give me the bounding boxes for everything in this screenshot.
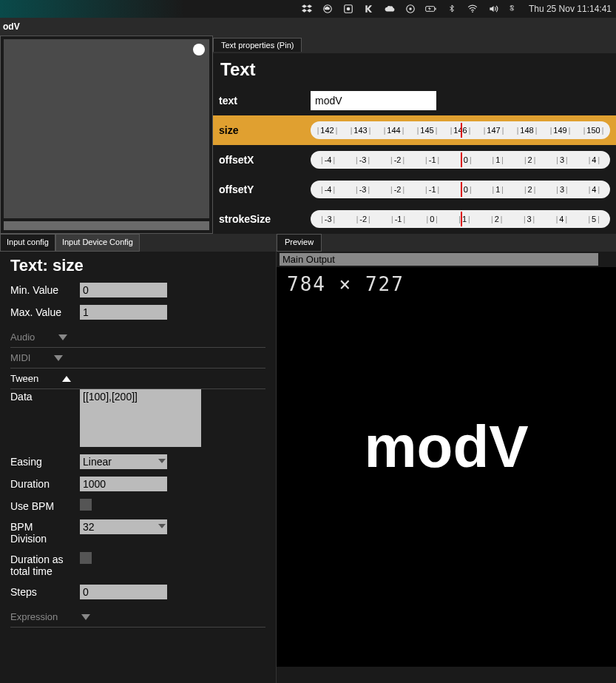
prop-label-offsetx: offsetX	[219, 154, 302, 166]
label-audio: Audio	[10, 332, 35, 343]
wifi-icon[interactable]	[467, 3, 478, 15]
checkbox-use-bpm[interactable]	[80, 499, 92, 511]
row-bpm-division: BPM Division 32	[10, 519, 265, 545]
label-bpm-division: BPM Division	[10, 519, 71, 545]
preview-text-output: modV	[364, 413, 528, 481]
prop-row-offsetx[interactable]: offsetX -4 -3 -2 -1 0 1 2 3 4	[213, 145, 616, 175]
preview-panel: Preview Main Output 784 × 727 modV	[277, 234, 616, 683]
preview-tabs: Preview	[277, 234, 616, 252]
app-icon-2[interactable]	[363, 3, 375, 15]
preview-dimensions: 784 × 727	[287, 273, 405, 295]
svg-point-9	[511, 6, 512, 7]
dropbox-icon[interactable]	[301, 3, 313, 15]
row-duration-total: Duration as total time	[10, 552, 265, 577]
prop-row-text: text	[213, 86, 616, 115]
collapser-midi[interactable]: MIDI	[10, 348, 265, 369]
chevron-down-icon	[54, 355, 63, 361]
label-easing: Easing	[10, 454, 71, 468]
layer-enabled-dot[interactable]	[193, 44, 205, 55]
row-use-bpm: Use BPM	[10, 499, 265, 512]
window-title: odV	[3, 21, 20, 32]
macos-menubar: Thu 25 Nov 11:14:41	[0, 0, 616, 18]
bluetooth-icon[interactable]	[446, 3, 458, 15]
input-max-value[interactable]	[80, 305, 167, 320]
row-easing: Easing Linear	[10, 454, 265, 469]
slider-cursor[interactable]	[461, 212, 462, 226]
input-duration[interactable]	[80, 477, 167, 491]
battery-icon[interactable]	[425, 3, 437, 15]
svg-point-7	[472, 11, 473, 13]
properties-heading: Text	[213, 53, 616, 86]
chevron-down-icon	[58, 334, 67, 340]
row-max-value: Max. Value	[10, 305, 265, 320]
label-tween: Tween	[10, 373, 38, 384]
label-data: Data	[10, 389, 71, 403]
tab-input-config[interactable]: Input config	[0, 234, 55, 252]
svg-point-2	[347, 7, 351, 11]
app-icon[interactable]	[342, 3, 354, 15]
row-duration: Duration	[10, 477, 265, 491]
svg-point-11	[512, 9, 513, 10]
slider-cursor[interactable]	[461, 123, 462, 138]
label-min-value: Min. Value	[10, 283, 71, 296]
row-min-value: Min. Value	[10, 283, 265, 297]
prop-slider-strokesize[interactable]: -3 -2 -1 0 1 2 3 4 5	[311, 210, 610, 228]
prop-label-offsety: offsetY	[219, 184, 302, 195]
select-easing[interactable]: Linear	[80, 454, 167, 469]
preview-output-label[interactable]: Main Output	[280, 253, 598, 266]
chevron-up-icon	[62, 376, 71, 382]
prop-row-offsety[interactable]: offsetY -4 -3 -2 -1 0 1 2 3 4	[213, 175, 616, 204]
row-data: Data [[100],[200]]	[10, 389, 265, 447]
slider-cursor[interactable]	[461, 182, 462, 197]
target-icon[interactable]	[405, 3, 416, 15]
input-min-value[interactable]	[80, 283, 167, 297]
label-duration-total: Duration as total time	[10, 552, 71, 577]
tab-input-device-config[interactable]: Input Device Config	[55, 234, 140, 252]
label-midi: MIDI	[10, 352, 30, 363]
input-config-panel: Input config Input Device Config Text: s…	[0, 234, 277, 683]
prop-slider-offsetx[interactable]: -4 -3 -2 -1 0 1 2 3 4	[311, 151, 610, 169]
tab-text-properties[interactable]: Text properties (Pin)	[213, 38, 302, 52]
layer-preview[interactable]	[4, 39, 209, 218]
prop-row-strokesize[interactable]: strokeSize -3 -2 -1 0 1 2 3 4 5	[213, 204, 616, 234]
window-titlebar: odV	[0, 18, 616, 36]
input-config-tabs: Input config Input Device Config	[0, 234, 276, 252]
prop-slider-size[interactable]: 142 143 144 145 146 147 148 149 150	[311, 121, 610, 139]
collapser-expression[interactable]: Expression	[10, 607, 265, 628]
select-bpm-division[interactable]: 32	[80, 519, 167, 534]
row-steps: Steps	[10, 585, 265, 599]
layer-panel	[0, 36, 213, 234]
label-max-value: Max. Value	[10, 305, 71, 318]
volume-icon[interactable]	[487, 3, 499, 15]
preview-canvas: 784 × 727 modV	[277, 267, 616, 667]
input-config-heading: Text: size	[10, 256, 265, 275]
input-steps[interactable]	[80, 585, 167, 599]
label-steps: Steps	[10, 585, 71, 598]
svg-rect-6	[435, 8, 436, 10]
cloud-icon[interactable]	[384, 3, 396, 15]
prop-label-size: size	[219, 124, 302, 136]
properties-tabbar: Text properties (Pin)	[213, 36, 616, 53]
prop-label-strokesize: strokeSize	[219, 213, 302, 225]
prop-input-text[interactable]	[311, 91, 436, 110]
tab-preview[interactable]: Preview	[277, 234, 322, 252]
label-use-bpm: Use BPM	[10, 499, 71, 512]
prop-row-size[interactable]: size 142 143 144 145 146 147 148 149 150	[213, 115, 616, 145]
collapser-tween[interactable]: Tween	[10, 369, 265, 389]
checkbox-duration-total[interactable]	[80, 552, 92, 564]
collapser-audio[interactable]: Audio	[10, 327, 265, 348]
svg-point-4	[409, 7, 412, 10]
control-center-icon[interactable]	[508, 3, 520, 15]
slider-cursor[interactable]	[461, 152, 462, 167]
prop-label-text: text	[219, 95, 302, 107]
prop-slider-offsety[interactable]: -4 -3 -2 -1 0 1 2 3 4	[311, 181, 610, 198]
layer-scrollbar[interactable]	[4, 221, 209, 230]
chevron-down-icon	[81, 614, 90, 620]
menubar-datetime[interactable]: Thu 25 Nov 11:14:41	[529, 4, 612, 14]
properties-panel: Text properties (Pin) Text text size 142…	[213, 36, 616, 234]
label-duration: Duration	[10, 477, 71, 490]
label-expression: Expression	[10, 611, 58, 622]
input-data[interactable]: [[100],[200]]	[80, 389, 201, 447]
creative-cloud-icon[interactable]	[322, 3, 334, 15]
